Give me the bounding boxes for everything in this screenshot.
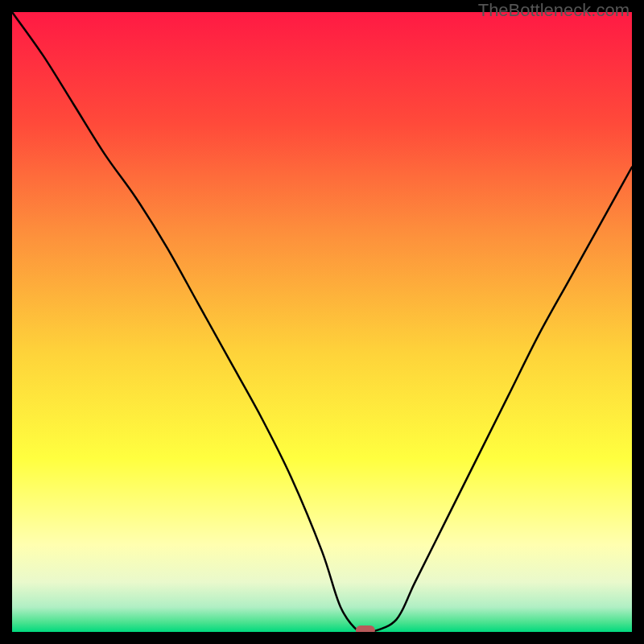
optimal-marker xyxy=(356,625,375,632)
gradient-background xyxy=(12,12,632,632)
plot-area xyxy=(12,12,632,632)
watermark-text: TheBottleneck.com xyxy=(478,0,630,21)
chart-container: TheBottleneck.com xyxy=(0,0,644,644)
bottleneck-chart xyxy=(12,12,632,632)
